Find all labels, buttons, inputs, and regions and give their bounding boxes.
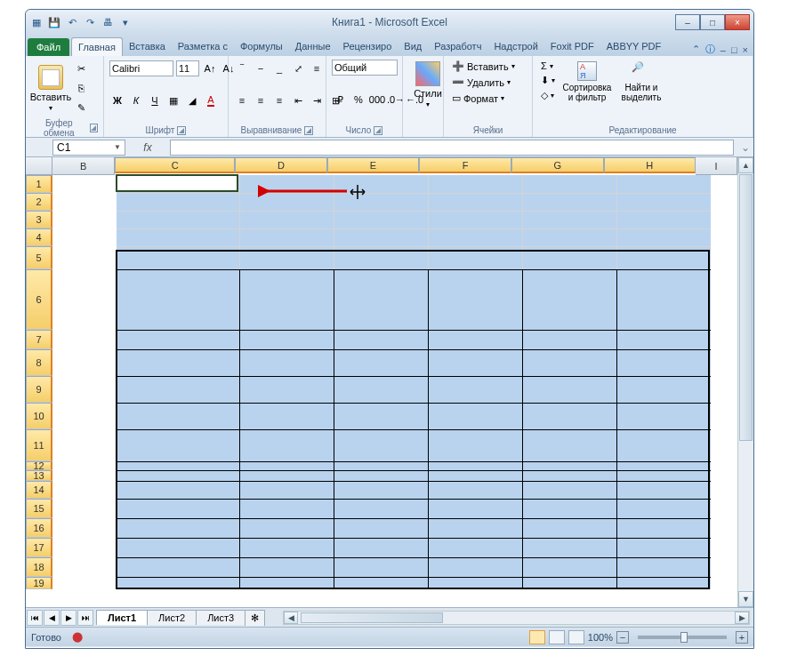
scroll-thumb[interactable] [739,174,753,441]
row-header-3[interactable]: 3 [26,211,52,228]
tab-данные[interactable]: Данные [289,37,337,56]
align-top-button[interactable]: ‾ [234,60,250,77]
row-header-8[interactable]: 8 [26,349,52,376]
row-header-12[interactable]: 12 [26,461,52,470]
tab-abbyy pdf[interactable]: ABBYY PDF [600,37,668,56]
align-bottom-button[interactable]: _ [271,60,287,77]
qat-more-icon[interactable]: ▾ [118,15,133,29]
tab-file[interactable]: Файл [28,38,69,56]
row-header-7[interactable]: 7 [26,330,52,349]
cut-button[interactable]: ✂ [73,60,89,77]
column-header-I[interactable]: I [696,157,737,175]
align-middle-button[interactable]: − [253,60,269,77]
dialog-launcher[interactable] [177,126,186,135]
align-left-button[interactable]: ≡ [234,92,250,109]
format-painter-button[interactable]: ✎ [73,99,89,116]
row-header-17[interactable]: 17 [26,538,52,557]
close-button[interactable]: × [725,14,750,30]
orientation-button[interactable]: ⤢ [290,60,306,77]
column-header-D[interactable]: D [235,157,327,173]
tab-вставка[interactable]: Вставка [123,37,172,56]
align-center-button[interactable]: ≡ [253,92,269,109]
scroll-right-button[interactable]: ▶ [735,612,749,624]
indent-inc-button[interactable]: ⇥ [309,92,325,109]
expand-formula-bar-icon[interactable]: ⌄ [737,141,753,154]
styles-button[interactable]: Стили ▾ [408,60,447,110]
minimize-button[interactable]: – [675,14,700,30]
sheet-tab-1[interactable]: Лист1 [96,610,148,625]
find-select-button[interactable]: 🔎 Найти и выделить [616,60,666,104]
formula-bar[interactable] [170,140,734,156]
zoom-knob[interactable] [680,632,688,643]
minimize-ribbon-icon[interactable]: ⌃ [692,44,700,55]
horizontal-scrollbar[interactable]: ◀ ▶ [283,611,750,625]
delete-cells-button[interactable]: ➖Удалить▾ [449,76,513,89]
underline-button[interactable]: Ч [147,92,163,109]
font-size-select[interactable] [176,60,199,76]
doc-restore-icon[interactable]: □ [731,44,737,55]
tab-nav-prev[interactable]: ◀ [44,610,60,626]
align-right-button[interactable]: ≡ [271,92,287,109]
zoom-in-button[interactable]: + [736,631,748,644]
redo-icon[interactable]: ↷ [83,15,97,29]
scroll-down-button[interactable]: ▼ [738,591,753,607]
italic-button[interactable]: К [128,92,144,109]
column-header-B[interactable]: B [52,157,115,175]
tab-nav-first[interactable]: ⏮ [27,610,43,626]
percent-button[interactable]: % [350,91,366,108]
vertical-scrollbar[interactable]: ▲ ▼ [737,157,753,607]
inc-decimal-button[interactable]: .0→ [388,91,404,108]
view-pagebreak-button[interactable] [568,630,584,644]
bold-button[interactable]: Ж [109,92,125,109]
dialog-launcher[interactable] [374,126,382,135]
column-header-C[interactable]: C [115,157,235,173]
row-header-16[interactable]: 16 [26,518,52,538]
tab-главная[interactable]: Главная [71,37,123,56]
scroll-up-button[interactable]: ▲ [738,157,753,173]
number-format-select[interactable] [332,60,398,76]
new-sheet-tab[interactable]: ✻ [245,610,265,626]
comma-button[interactable]: 000 [369,91,385,108]
active-cell[interactable] [116,174,238,192]
help-icon[interactable]: ⓘ [705,43,715,56]
hscroll-thumb[interactable] [301,612,443,623]
tab-разметка с[interactable]: Разметка с [172,37,234,56]
font-name-select[interactable] [109,60,173,76]
clear-button[interactable]: ◇▾ [538,89,557,102]
dialog-launcher[interactable] [90,124,98,132]
tab-надстрой[interactable]: Надстрой [487,37,543,56]
tab-вид[interactable]: Вид [398,37,428,56]
row-header-15[interactable]: 15 [26,499,52,518]
format-cells-button[interactable]: ▭Формат▾ [449,92,507,105]
save-icon[interactable]: 💾 [47,15,61,29]
grow-font-button[interactable]: A↑ [202,60,218,77]
row-header-18[interactable]: 18 [26,557,52,577]
doc-min-icon[interactable]: – [721,44,726,55]
tab-формулы[interactable]: Формулы [234,37,289,56]
row-header-14[interactable]: 14 [26,481,52,499]
sheet-tab-3[interactable]: Лист3 [196,610,246,625]
zoom-level[interactable]: 100% [588,632,613,643]
zoom-out-button[interactable]: − [616,631,629,644]
row-header-19[interactable]: 19 [26,577,52,589]
macro-record-icon[interactable]: ⬤ [72,631,83,643]
wrap-text-button[interactable]: ≡ [309,60,325,77]
tab-nav-next[interactable]: ▶ [60,610,76,626]
view-normal-button[interactable] [529,630,545,644]
name-box[interactable]: C1 ▼ [52,140,125,156]
row-header-11[interactable]: 11 [26,429,52,461]
dialog-launcher[interactable] [304,126,313,135]
maximize-button[interactable]: □ [700,14,725,30]
tab-foxit pdf[interactable]: Foxit PDF [544,37,600,56]
view-layout-button[interactable] [549,630,565,644]
fill-button[interactable]: ⬇▾ [538,74,558,87]
row-header-10[interactable]: 10 [26,403,52,429]
column-header-G[interactable]: G [511,157,604,173]
borders-button[interactable]: ▦ [165,92,181,109]
sort-filter-button[interactable]: АЯ Сортировка и фильтр [560,60,614,104]
fill-color-button[interactable]: ◢ [184,92,200,109]
insert-cells-button[interactable]: ➕Вставить▾ [449,60,518,73]
row-header-13[interactable]: 13 [26,470,52,481]
doc-close-icon[interactable]: × [743,44,748,55]
column-header-H[interactable]: H [604,157,696,173]
